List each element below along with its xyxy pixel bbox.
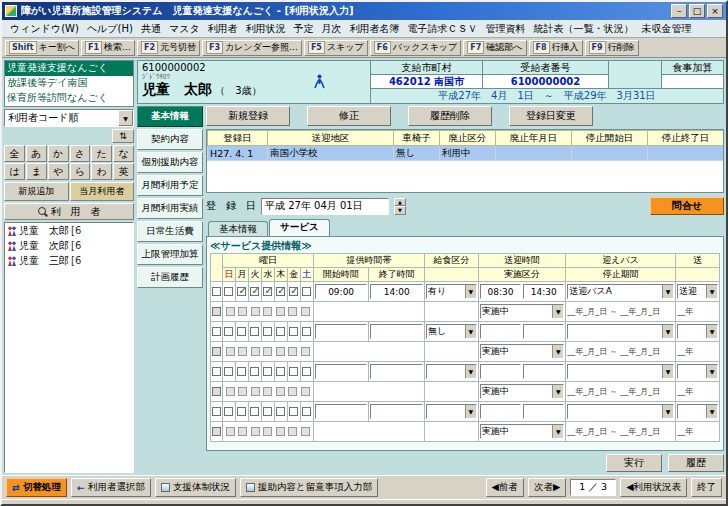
day-checkbox-thu[interactable] [276,367,285,376]
day-checkbox-mon[interactable] [237,367,246,376]
stop-period-field[interactable]: __年_月_日 ～ __年_月_日 [566,422,676,442]
status-select[interactable]: 実施中▼ [480,384,565,399]
tab-basic-info[interactable]: 基本情報 [208,221,268,236]
day-checkbox-mon[interactable] [237,287,246,296]
kana-filter-ha[interactable]: は [4,163,25,180]
start-time-field[interactable] [315,404,368,419]
status-select[interactable]: 実施中▼ [480,344,565,359]
nav-limit-management[interactable]: 上限管理加算 [137,244,203,265]
day-checkbox-tue[interactable] [250,407,259,416]
send-bus-select[interactable]: ▼ [677,404,718,419]
pickup-bus-select[interactable]: ▼ [567,324,674,339]
support-structure-button[interactable]: 支援体制状況 [155,478,236,497]
edit-button[interactable]: 修正 [307,106,391,126]
pickup-time-field[interactable] [480,324,521,339]
chevron-down-icon[interactable]: ▼ [552,345,563,358]
stop-period-field-2[interactable]: __年 [676,422,720,442]
facility-item-selected[interactable]: 児童発達支援なんごく [5,61,133,76]
chevron-down-icon[interactable]: ▼ [552,425,563,438]
sort-order-select[interactable]: 利用者コード順 ▼ [4,109,134,127]
day-checkbox-fri[interactable] [289,407,298,416]
day-checkbox-fri[interactable] [289,327,298,336]
row-select-checkbox[interactable] [212,327,221,336]
sort-direction-button[interactable]: ⇅ [112,129,134,143]
stop-period-field[interactable]: __年_月_日 ～ __年_月_日 [566,342,676,362]
register-date-field[interactable]: 平成 27年 04月 01日 [261,198,389,215]
chevron-down-icon[interactable]: ▼ [552,305,563,318]
tool-insert-row-button[interactable]: F8行挿入 [529,40,583,56]
aid-notes-input-button[interactable]: 援助内容と留意事項入力部 [240,478,378,497]
send-bus-select[interactable]: ▼ [677,324,718,339]
tool-search-button[interactable]: F1検索… [81,40,135,56]
kana-filter-sa[interactable]: さ [70,145,91,162]
user-list-item[interactable]: 児童 次郎 [6 [5,238,133,253]
start-time-field[interactable] [315,324,368,339]
chevron-down-icon[interactable]: ▼ [706,365,717,378]
kana-filter-ma[interactable]: ま [26,163,47,180]
menu-receivables[interactable]: 未収金管理 [638,21,696,37]
maximize-button[interactable]: □ [689,4,705,18]
start-time-field[interactable] [315,364,368,379]
menu-schedule[interactable]: 予定 [290,21,318,37]
chevron-down-icon[interactable]: ▼ [662,365,673,378]
pickup-bus-select[interactable]: 送迎バスA▼ [567,284,674,299]
add-user-button[interactable]: 新規追加 [4,182,69,201]
chevron-down-icon[interactable]: ▼ [662,325,673,338]
day-checkbox-mon[interactable] [237,327,246,336]
day-checkbox-thu[interactable] [276,287,285,296]
dropoff-time-field[interactable] [523,324,564,339]
kana-filter-ta[interactable]: た [91,145,112,162]
menu-window[interactable]: ウィンドウ(W) [6,21,83,37]
tool-calendar-button[interactable]: F3カレンダー参照… [202,40,302,56]
day-checkbox-sun[interactable] [224,327,233,336]
tool-delete-row-button[interactable]: F9行削除 [585,40,639,56]
switch-process-button[interactable]: ⇄ 切替処理 [6,478,67,497]
new-register-button[interactable]: 新規登録 [206,106,290,126]
day-checkbox-wed[interactable] [263,287,272,296]
day-checkbox-sat[interactable] [302,287,311,296]
tool-confirm-button[interactable]: F7確認部へ [463,40,526,56]
kana-filter-wa[interactable]: わ [91,163,112,180]
stop-period-field-2[interactable]: __年 [676,302,720,322]
chevron-down-icon[interactable]: ▼ [465,285,476,298]
chevron-down-icon[interactable]: ▼ [465,325,476,338]
close-button[interactable]: × [707,4,723,18]
exit-button[interactable]: 終了 [691,478,722,497]
kana-filter-ya[interactable]: や [48,163,69,180]
day-checkbox-sun[interactable] [224,407,233,416]
menu-master[interactable]: マスタ [165,21,204,37]
chevron-down-icon[interactable]: ▼ [465,405,476,418]
dropoff-time-field[interactable]: 14:30 [523,284,564,299]
usage-status-table-button[interactable]: ◀利用状況表 [620,478,687,497]
chevron-down-icon[interactable]: ▼ [118,110,133,126]
next-person-button[interactable]: 次者▶ [528,478,566,497]
spin-down-icon[interactable]: ▼ [394,206,406,215]
menu-statistics[interactable]: 統計表（一覧・状況） [530,21,638,37]
send-bus-select[interactable]: ▼ [677,364,718,379]
history-row-selected[interactable]: H27. 4. 1 南国小学校 無し 利用中 [208,146,724,161]
menu-csv[interactable]: 電子請求ＣＳＶ [404,21,482,37]
chevron-down-icon[interactable]: ▼ [465,365,476,378]
history-button[interactable]: 履歴 [668,454,724,472]
end-time-field[interactable]: 14:00 [370,284,423,299]
previous-person-button[interactable]: ◀前者 [486,478,524,497]
dropoff-time-field[interactable] [523,364,564,379]
chevron-down-icon[interactable]: ▼ [552,385,563,398]
day-checkbox-fri[interactable] [289,287,298,296]
end-time-field[interactable] [370,404,423,419]
day-checkbox-wed[interactable] [263,407,272,416]
nav-contract[interactable]: 契約内容 [137,129,203,150]
day-checkbox-sun[interactable] [224,287,233,296]
nav-individual-support[interactable]: 個別援助内容 [137,152,203,173]
day-checkbox-wed[interactable] [263,327,272,336]
row-select-checkbox[interactable] [212,407,221,416]
menu-roster[interactable]: 利用者名簿 [346,21,404,37]
tab-service[interactable]: サービス [269,219,330,236]
day-checkbox-tue[interactable] [250,287,259,296]
end-time-field[interactable] [370,364,423,379]
pickup-bus-select[interactable]: ▼ [567,404,674,419]
meal-select[interactable]: 無し▼ [426,324,477,339]
pickup-time-field[interactable] [480,364,521,379]
user-select-section-button[interactable]: ← 利用者選択部 [71,478,151,497]
day-checkbox-sun[interactable] [224,367,233,376]
